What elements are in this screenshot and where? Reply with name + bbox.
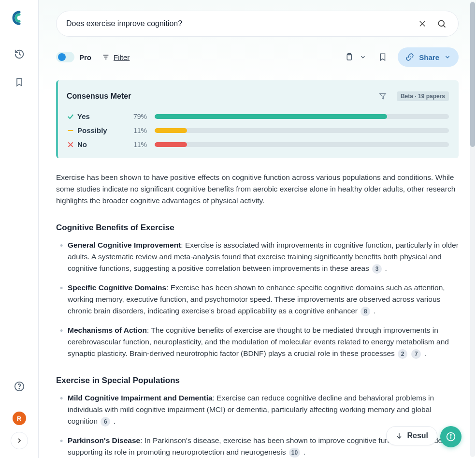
main-content: Pro Filter: [39, 0, 476, 458]
search-bar: [56, 11, 459, 37]
list-item-lead: Parkinson's Disease: [68, 436, 140, 444]
meter-row-yes: Yes79%: [67, 112, 449, 120]
scrollbar-thumb[interactable]: [470, 2, 475, 147]
list-item-lead: Mechanisms of Action: [68, 326, 147, 334]
consensus-meter-title: Consensus Meter: [67, 92, 131, 101]
section-heading-special: Exercise in Special Populations: [56, 376, 459, 385]
list-item: Mild Cognitive Impairment and Dementia: …: [56, 392, 459, 427]
possibly-icon: [67, 127, 77, 134]
meter-label: Yes: [77, 112, 126, 120]
meter-filter-button[interactable]: [375, 88, 391, 104]
meter-bar: [155, 128, 449, 133]
expand-sidebar-button[interactable]: [11, 432, 28, 449]
results-pill-label: Resul: [407, 431, 428, 440]
list-item: General Cognitive Improvement: Exercise …: [56, 239, 459, 274]
help-button[interactable]: [10, 377, 29, 396]
copy-dropdown[interactable]: [341, 49, 368, 65]
chevron-down-icon: [358, 49, 368, 65]
meter-bar: [155, 142, 449, 147]
list-item-lead: Specific Cognitive Domains: [68, 283, 166, 292]
beta-badge: Beta · 19 papers: [397, 91, 449, 101]
scrollbar-track[interactable]: [470, 1, 475, 457]
list-item: Specific Cognitive Domains: Exercise has…: [56, 282, 459, 317]
section-heading-benefits: Cognitive Benefits of Exercise: [56, 223, 459, 233]
svg-point-1: [19, 388, 19, 389]
meter-percent: 11%: [126, 127, 147, 134]
list-item: Mechanisms of Action: The cognitive bene…: [56, 325, 459, 359]
results-pill-button[interactable]: Resul: [386, 426, 437, 445]
citation-badge[interactable]: 10: [289, 448, 300, 458]
meter-label: No: [77, 140, 126, 148]
clipboard-icon: [341, 49, 357, 65]
svg-point-18: [450, 434, 451, 435]
pro-toggle[interactable]: Pro: [56, 52, 91, 62]
history-button[interactable]: [10, 44, 29, 64]
share-button[interactable]: Share: [398, 47, 459, 67]
info-fab-button[interactable]: [440, 426, 462, 447]
citation-badge[interactable]: 7: [411, 349, 421, 359]
meter-label: Possibly: [77, 126, 126, 134]
list-item-lead: Mild Cognitive Impairment and Dementia: [68, 394, 213, 402]
bookmarks-nav-button[interactable]: [10, 73, 29, 92]
no-icon: [67, 141, 77, 148]
svg-line-5: [443, 25, 445, 27]
content-body: Cognitive Benefits of Exercise General C…: [56, 223, 459, 458]
pro-label: Pro: [79, 53, 91, 61]
sidebar: R: [0, 0, 39, 458]
meter-percent: 11%: [126, 141, 147, 148]
search-input[interactable]: [66, 19, 410, 28]
meter-row-possibly: Possibly11%: [67, 126, 449, 134]
chevron-down-icon: [444, 54, 451, 60]
arrow-down-icon: [395, 432, 403, 440]
summary-paragraph: Exercise has been shown to have positive…: [56, 172, 459, 207]
search-button[interactable]: [435, 17, 448, 30]
clear-search-button[interactable]: [416, 17, 429, 30]
filter-button[interactable]: Filter: [102, 53, 130, 61]
citation-badge[interactable]: 6: [101, 417, 110, 427]
info-icon: [446, 432, 456, 442]
filter-label: Filter: [114, 53, 130, 61]
list-item-lead: General Cognitive Improvement: [68, 241, 181, 249]
user-avatar[interactable]: R: [13, 412, 26, 425]
citation-badge[interactable]: 8: [361, 307, 370, 316]
yes-icon: [67, 113, 77, 120]
share-label: Share: [419, 53, 439, 61]
svg-marker-11: [380, 94, 386, 99]
results-toolbar: Pro Filter: [56, 47, 459, 67]
meter-bar: [155, 114, 449, 119]
meter-percent: 79%: [126, 113, 147, 120]
citation-badge[interactable]: 2: [398, 349, 407, 359]
app-logo[interactable]: [10, 9, 29, 27]
meter-row-no: No11%: [67, 140, 449, 148]
citation-badge[interactable]: 3: [372, 264, 382, 274]
svg-point-4: [438, 20, 444, 26]
bookmark-button[interactable]: [375, 49, 391, 65]
consensus-meter-card: Consensus Meter Beta · 19 papers Yes79%P…: [56, 80, 459, 158]
